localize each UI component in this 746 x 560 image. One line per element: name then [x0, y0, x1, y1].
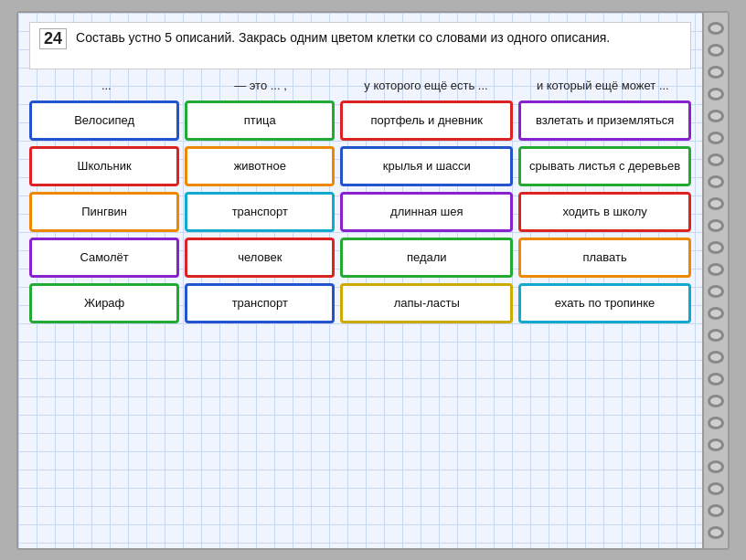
spiral-ring [708, 307, 724, 320]
spiral-ring [708, 44, 724, 57]
spiral-ring [708, 22, 724, 35]
spiral-ring [708, 175, 724, 188]
cell-r3-c2: транспорт [185, 192, 335, 232]
spiral-ring [708, 285, 724, 298]
spiral-ring [708, 110, 724, 122]
cell-r5-c3: лапы-ласты [340, 283, 513, 323]
table-body: Велосипед птица портфель и дневник взлет… [29, 100, 691, 538]
cell-r1-c3: портфель и дневник [340, 100, 513, 141]
spiral-binding [702, 13, 728, 548]
table-header-row: ... — это ... , у которого ещё есть ... … [29, 77, 691, 96]
spiral-ring [708, 241, 724, 254]
cell-r4-c1: Самолёт [29, 238, 179, 278]
table-row: Самолёт человек педали плавать [29, 238, 691, 278]
spiral-ring [708, 460, 724, 473]
cell-r2-c4: срывать листья с деревьев [518, 146, 691, 186]
cell-r5-c4: ехать по тропинке [518, 283, 691, 323]
task-number: 24 [39, 28, 67, 49]
col-header-1: ... [31, 77, 182, 96]
table-wrapper: ... — это ... , у которого ещё есть ... … [29, 77, 691, 539]
spiral-ring [708, 132, 724, 144]
cell-r3-c3: длинная шея [340, 192, 513, 232]
spiral-ring [708, 482, 724, 495]
spiral-ring [708, 66, 724, 79]
cell-r2-c1: Школьник [29, 146, 179, 186]
spiral-ring [708, 351, 724, 364]
cell-r4-c3: педали [340, 238, 513, 278]
spiral-ring [708, 219, 724, 232]
cell-r2-c2: животное [185, 146, 335, 186]
cell-r5-c1: Жираф [29, 283, 179, 323]
spiral-ring [708, 263, 724, 276]
spiral-ring [708, 526, 724, 539]
spiral-ring [708, 504, 724, 517]
spiral-ring [708, 197, 724, 210]
table-row: Велосипед птица портфель и дневник взлет… [29, 100, 691, 141]
col-header-2: — это ... , [186, 77, 336, 96]
spiral-ring [708, 373, 724, 386]
task-text: Составь устно 5 описаний. Закрась одним … [76, 28, 610, 48]
cell-r2-c3: крылья и шасси [340, 146, 513, 186]
notebook-content: 24 Составь устно 5 описаний. Закрась одн… [18, 13, 702, 548]
cell-r3-c4: ходить в школу [518, 192, 691, 232]
spiral-ring [708, 153, 724, 166]
cell-r1-c1: Велосипед [29, 100, 179, 141]
table-row: Жираф транспорт лапы-ласты ехать по троп… [29, 283, 691, 323]
notebook: 24 Составь устно 5 описаний. Закрась одн… [16, 11, 730, 550]
spiral-ring [708, 329, 724, 342]
spiral-ring [708, 88, 724, 100]
spiral-ring [708, 438, 724, 451]
col-header-4: и который ещё может ... [517, 77, 689, 96]
spiral-ring [708, 417, 724, 429]
cell-r1-c4: взлетать и приземляться [518, 100, 691, 141]
cell-r5-c2: транспорт [185, 283, 335, 323]
spiral-ring [708, 395, 724, 407]
cell-r3-c1: Пингвин [29, 192, 179, 232]
table-row: Школьник животное крылья и шасси срывать… [29, 146, 691, 186]
table-row: Пингвин транспорт длинная шея ходить в ш… [29, 192, 691, 232]
cell-r4-c2: человек [185, 238, 335, 278]
col-header-3: у которого ещё есть ... [339, 77, 512, 96]
task-header: 24 Составь устно 5 описаний. Закрась одн… [29, 22, 691, 69]
cell-r4-c4: плавать [518, 238, 691, 278]
cell-r1-c2: птица [185, 100, 335, 141]
